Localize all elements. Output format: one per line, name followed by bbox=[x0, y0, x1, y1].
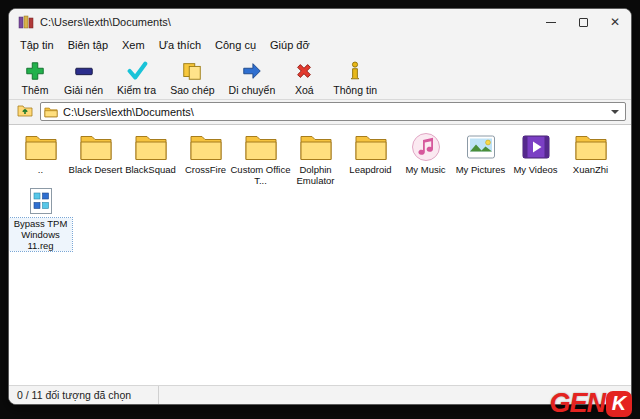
file-item[interactable]: Dolphin Emulator bbox=[289, 132, 342, 186]
file-label: Black Desert bbox=[64, 164, 127, 175]
extract-icon bbox=[73, 60, 95, 82]
copy-icon bbox=[181, 60, 203, 82]
minimize-icon bbox=[546, 22, 556, 23]
toolbar-button-label: Kiểm tra bbox=[117, 84, 156, 96]
toolbar: Thêm Giải nén Kiểm tra Sao chép Di chuyể… bbox=[9, 54, 631, 100]
folder-icon bbox=[25, 132, 57, 162]
move-icon bbox=[241, 60, 263, 82]
file-label: CrossFire bbox=[174, 164, 237, 175]
folder-icon bbox=[355, 132, 387, 162]
music-icon bbox=[410, 132, 442, 162]
window-title: C:\Users\lexth\Documents\ bbox=[40, 16, 535, 28]
file-label: Bypass TPM Windows 11.reg bbox=[9, 218, 72, 251]
status-bar: 0 / 11 đối tượng đã chọn bbox=[9, 385, 631, 404]
file-item[interactable]: CrossFire bbox=[179, 132, 232, 186]
file-label: Custom Office T... bbox=[229, 164, 292, 186]
toolbar-button[interactable]: Thêm bbox=[13, 57, 57, 97]
folder-icon bbox=[575, 132, 607, 162]
minimize-button[interactable] bbox=[535, 9, 567, 35]
menu-item[interactable]: Ưa thích bbox=[152, 37, 208, 53]
address-path: C:\Users\lexth\Documents\ bbox=[63, 106, 607, 118]
folder-icon bbox=[245, 132, 277, 162]
close-button[interactable]: ✕ bbox=[599, 9, 631, 35]
maximize-icon bbox=[579, 18, 588, 27]
file-label: .. bbox=[9, 164, 72, 175]
selection-status: 0 / 11 đối tượng đã chọn bbox=[9, 386, 159, 404]
menu-item[interactable]: Xem bbox=[115, 37, 152, 53]
file-item[interactable]: Leapdroid bbox=[344, 132, 397, 186]
toolbar-button[interactable]: Kiểm tra bbox=[110, 57, 163, 97]
address-combobox[interactable]: C:\Users\lexth\Documents\ bbox=[40, 102, 626, 121]
address-bar: C:\Users\lexth\Documents\ bbox=[9, 100, 631, 124]
toolbar-button[interactable]: Di chuyển bbox=[222, 57, 283, 97]
file-label: My Music bbox=[394, 164, 457, 175]
test-icon bbox=[126, 60, 148, 82]
file-item[interactable]: Black Desert bbox=[69, 132, 122, 186]
menu-item[interactable]: Giúp đỡ bbox=[263, 37, 317, 53]
window-controls: ✕ bbox=[535, 9, 631, 35]
pictures-icon bbox=[465, 132, 497, 162]
folder-icon bbox=[300, 132, 332, 162]
folder-icon bbox=[190, 132, 222, 162]
file-label: My Pictures bbox=[449, 164, 512, 175]
file-label: Dolphin Emulator bbox=[284, 164, 347, 186]
file-item[interactable]: My Videos bbox=[509, 132, 562, 186]
toolbar-button-label: Thông tin bbox=[333, 84, 377, 96]
file-item[interactable]: Custom Office T... bbox=[234, 132, 287, 186]
info-icon bbox=[344, 60, 366, 82]
up-folder-icon bbox=[17, 103, 33, 121]
winrar-window: C:\Users\lexth\Documents\ ✕ Tập tin Biên… bbox=[8, 8, 632, 405]
title-bar: C:\Users\lexth\Documents\ ✕ bbox=[9, 9, 631, 35]
delete-icon bbox=[293, 60, 315, 82]
genk-badge-icon: K bbox=[606, 391, 632, 417]
maximize-button[interactable] bbox=[567, 9, 599, 35]
genk-watermark: GEN K bbox=[549, 388, 632, 419]
videos-icon bbox=[520, 132, 552, 162]
registry-icon bbox=[25, 186, 57, 216]
winrar-icon bbox=[18, 15, 34, 29]
file-item[interactable]: Bypass TPM Windows 11.reg bbox=[14, 186, 67, 251]
address-dropdown-button[interactable] bbox=[607, 103, 623, 120]
file-label: Leapdroid bbox=[339, 164, 402, 175]
toolbar-button-label: Xoá bbox=[295, 84, 314, 96]
file-item[interactable]: XuanZhi bbox=[564, 132, 617, 186]
file-item[interactable]: .. bbox=[14, 132, 67, 186]
menu-item[interactable]: Biên tập bbox=[61, 37, 115, 53]
toolbar-button-label: Di chuyển bbox=[229, 84, 276, 96]
add-icon bbox=[24, 60, 46, 82]
file-label: BlackSquad bbox=[119, 164, 182, 175]
toolbar-button-label: Thêm bbox=[22, 84, 49, 96]
chevron-down-icon bbox=[611, 110, 619, 114]
folder-icon bbox=[135, 132, 167, 162]
close-icon: ✕ bbox=[610, 16, 620, 28]
toolbar-button[interactable]: Giải nén bbox=[57, 57, 110, 97]
toolbar-button[interactable]: Sao chép bbox=[163, 57, 221, 97]
folder-icon bbox=[80, 132, 112, 162]
menu-item[interactable]: Tập tin bbox=[13, 37, 61, 53]
toolbar-button[interactable]: Thông tin bbox=[326, 57, 384, 97]
file-label: XuanZhi bbox=[559, 164, 622, 175]
up-folder-button[interactable] bbox=[14, 103, 36, 121]
genk-text: GEN bbox=[549, 388, 605, 419]
menu-bar: Tập tin Biên tập Xem Ưa thích Công cụ Gi… bbox=[9, 35, 631, 54]
menu-item[interactable]: Công cụ bbox=[208, 37, 263, 53]
file-item[interactable]: My Pictures bbox=[454, 132, 507, 186]
file-item[interactable]: BlackSquad bbox=[124, 132, 177, 186]
file-label: My Videos bbox=[504, 164, 567, 175]
toolbar-button[interactable]: Xoá bbox=[282, 57, 326, 97]
file-item[interactable]: My Music bbox=[399, 132, 452, 186]
toolbar-button-label: Sao chép bbox=[170, 84, 214, 96]
toolbar-button-label: Giải nén bbox=[64, 84, 103, 96]
folder-icon bbox=[44, 106, 58, 118]
file-list: .. Black Desert BlackSquad CrossFire Cus… bbox=[9, 124, 631, 385]
